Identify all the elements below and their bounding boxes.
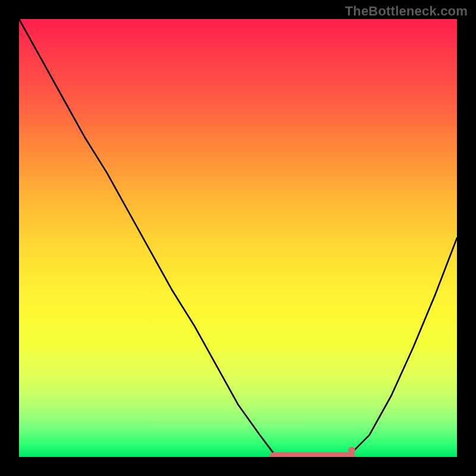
optimal-region-marker xyxy=(270,452,355,457)
bottleneck-curve xyxy=(19,19,457,457)
watermark-text: TheBottleneck.com xyxy=(345,4,468,19)
chart-frame: TheBottleneck.com xyxy=(0,0,476,476)
plot-area xyxy=(19,19,457,457)
optimal-point-marker xyxy=(348,447,355,454)
